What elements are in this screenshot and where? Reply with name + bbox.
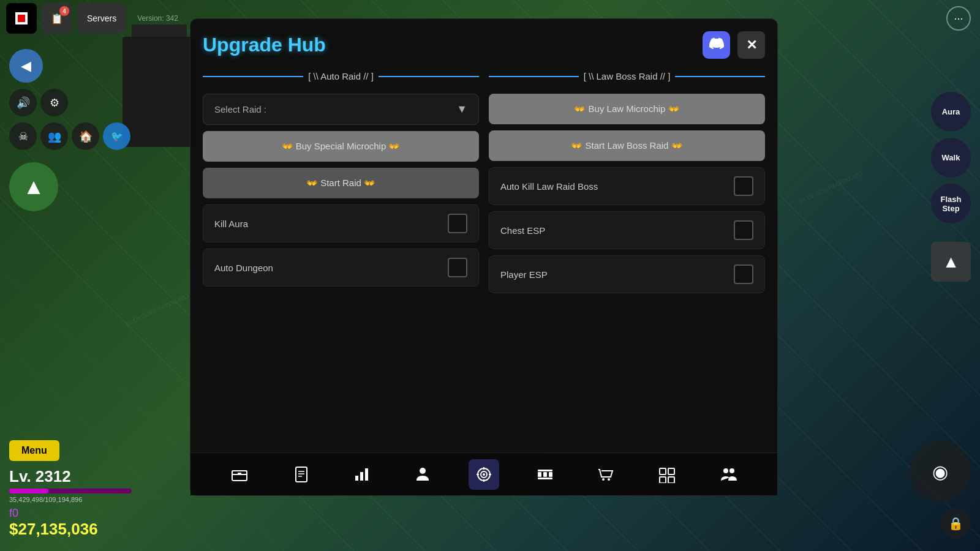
auto-raid-column: [ \\ Auto Raid // ] Select Raid : ▼ 👐 Bu… [203, 71, 479, 293]
notification-button[interactable]: 📋 4 [42, 3, 72, 34]
law-boss-raid-column: [ \\ Law Boss Raid // ] 👐 Buy Law Microc… [489, 71, 765, 293]
auto-raid-header: [ \\ Auto Raid // ] [203, 71, 479, 81]
up-arrow-button[interactable]: ▲ [931, 242, 971, 282]
walk-button[interactable]: Walk [931, 138, 971, 178]
tab-target-icon[interactable] [469, 459, 499, 490]
money-display: $27,135,036 [9, 520, 132, 539]
auto-dungeon-checkbox[interactable] [448, 258, 467, 277]
auto-kill-law-raid-boss-toggle[interactable]: Auto Kill Law Raid Boss [489, 167, 765, 205]
svg-rect-20 [543, 472, 547, 477]
close-button[interactable]: ✕ [737, 31, 765, 59]
aura-button[interactable]: Aura [931, 92, 971, 132]
tab-group2-icon[interactable] [713, 459, 744, 490]
discord-button[interactable] [703, 31, 730, 59]
lock-button[interactable]: 🔒 [940, 508, 971, 539]
servers-button[interactable]: Servers [77, 3, 126, 34]
version-text: Version: 342 [137, 14, 178, 23]
chest-esp-checkbox[interactable] [734, 220, 753, 240]
flash-step-label: FlashStep [941, 195, 962, 213]
kill-aura-checkbox[interactable] [448, 214, 467, 233]
more-options-button[interactable]: ··· [946, 6, 971, 31]
dropdown-arrow-icon: ▼ [456, 103, 467, 116]
sound-icon[interactable]: 🔊 [9, 89, 37, 116]
svg-rect-8 [355, 476, 358, 481]
law-boss-raid-header: [ \\ Law Boss Raid // ] [489, 71, 765, 81]
tab-scroll-icon[interactable] [285, 459, 316, 490]
buy-special-microchip-button[interactable]: 👐 Buy Special Microchip 👐 [203, 131, 479, 162]
svg-rect-1 [18, 15, 25, 22]
svg-rect-4 [238, 473, 241, 475]
home-icon[interactable]: 🏠 [72, 122, 99, 150]
player-esp-toggle[interactable]: Player ESP [489, 255, 765, 293]
menu-button[interactable]: Menu [9, 440, 59, 461]
kill-aura-label: Kill Aura [214, 219, 248, 229]
header-line-right [379, 76, 479, 77]
exp-bar-fill [9, 489, 48, 493]
svg-point-31 [729, 468, 734, 473]
player-esp-label: Player ESP [500, 269, 548, 280]
dots-icon: ··· [954, 12, 963, 25]
svg-rect-2 [232, 471, 247, 481]
compass: ▲ [9, 162, 58, 211]
kill-aura-toggle[interactable]: Kill Aura [203, 204, 479, 242]
nav-icons-row: 🔊 ⚙ [9, 89, 130, 116]
level-display: Lv. 2312 [9, 467, 132, 486]
aura-label: Aura [942, 107, 960, 116]
modal-columns: [ \\ Auto Raid // ] Select Raid : ▼ 👐 Bu… [203, 71, 765, 293]
upgrade-hub-modal: Upgrade Hub ✕ [ \\ Auto Raid // ] [190, 18, 778, 496]
modal-header: Upgrade Hub ✕ [203, 31, 765, 59]
discord-icon [709, 36, 724, 54]
dpad[interactable]: ◉ [910, 441, 971, 502]
exp-text: 35,429,498/109,194,896 [9, 496, 132, 503]
exp-bar [9, 489, 132, 493]
skull-icon[interactable]: ☠ [9, 122, 37, 150]
left-panel: ◀ 🔊 ⚙ ☠ 👥 🏠 🐦 ▲ [9, 49, 130, 211]
tab-cart-icon[interactable] [652, 459, 682, 490]
servers-label: Servers [87, 13, 116, 23]
modal-header-controls: ✕ [703, 31, 765, 59]
dpad-container: ◉ [910, 441, 971, 502]
chest-esp-label: Chest ESP [500, 225, 545, 236]
auto-kill-law-raid-boss-checkbox[interactable] [734, 176, 753, 196]
notification-badge: 4 [59, 6, 69, 16]
bottom-left-panel: Menu Lv. 2312 35,429,498/109,194,896 f0 … [9, 440, 132, 539]
roblox-logo[interactable] [6, 3, 37, 34]
svg-rect-22 [538, 470, 552, 471]
header-line-right-2 [675, 76, 765, 77]
svg-rect-23 [538, 478, 552, 479]
svg-point-11 [420, 468, 426, 474]
right-panel: Aura Walk FlashStep ▲ [931, 92, 971, 282]
auto-dungeon-toggle[interactable]: Auto Dungeon [203, 249, 479, 287]
twitter-icon[interactable]: 🐦 [103, 122, 130, 150]
background-building [123, 37, 196, 147]
chest-esp-toggle[interactable]: Chest ESP [489, 211, 765, 249]
svg-rect-19 [538, 472, 541, 477]
buy-law-microchip-button[interactable]: 👐 Buy Law Microchip 👐 [489, 94, 765, 124]
svg-rect-10 [365, 468, 368, 481]
tab-bar [190, 452, 777, 495]
flash-step-button[interactable]: FlashStep [931, 184, 971, 223]
start-raid-label: 👐 Start Raid 👐 [306, 178, 375, 189]
tab-shop-icon[interactable] [590, 459, 621, 490]
tab-player-icon[interactable] [407, 459, 438, 490]
group-icon[interactable]: 👥 [40, 122, 68, 150]
start-raid-button[interactable]: 👐 Start Raid 👐 [203, 168, 479, 198]
tab-gear2-icon[interactable] [530, 459, 560, 490]
fo-label: f0 [9, 507, 132, 520]
nav-icons-row-2: ☠ 👥 🏠 🐦 [9, 122, 130, 150]
tab-chest-icon[interactable] [224, 459, 255, 490]
tab-chart-icon[interactable] [346, 459, 377, 490]
close-icon: ✕ [746, 37, 757, 53]
select-raid-dropdown[interactable]: Select Raid : ▼ [203, 94, 479, 125]
modal-title: Upgrade Hub [203, 34, 326, 56]
start-law-boss-raid-button[interactable]: 👐 Start Law Boss Raid 👐 [489, 130, 765, 161]
player-esp-checkbox[interactable] [734, 264, 753, 284]
header-line-left-2 [489, 76, 579, 77]
buy-special-microchip-label: 👐 Buy Special Microchip 👐 [282, 141, 401, 152]
auto-kill-law-raid-boss-label: Auto Kill Law Raid Boss [500, 181, 598, 192]
svg-point-14 [483, 473, 485, 476]
svg-rect-29 [668, 477, 674, 483]
back-icon[interactable]: ◀ [9, 49, 43, 83]
svg-point-24 [602, 478, 605, 481]
settings-icon[interactable]: ⚙ [40, 89, 68, 116]
